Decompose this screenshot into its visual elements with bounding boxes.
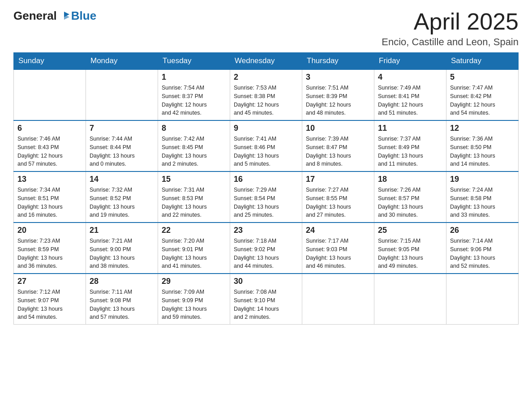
calendar-cell: 8Sunrise: 7:42 AM Sunset: 8:45 PM Daylig… <box>158 120 230 171</box>
calendar-cell: 15Sunrise: 7:31 AM Sunset: 8:53 PM Dayli… <box>158 171 230 223</box>
day-info: Sunrise: 7:20 AM Sunset: 9:01 PM Dayligh… <box>162 237 226 270</box>
day-number: 4 <box>378 73 442 82</box>
day-info: Sunrise: 7:15 AM Sunset: 9:05 PM Dayligh… <box>378 237 442 270</box>
month-year-title: April 2025 <box>382 9 519 34</box>
day-info: Sunrise: 7:46 AM Sunset: 8:43 PM Dayligh… <box>17 135 82 168</box>
day-number: 7 <box>90 124 154 133</box>
weekday-header-tuesday: Tuesday <box>158 53 230 70</box>
calendar-cell <box>14 69 86 120</box>
weekday-header-sunday: Sunday <box>14 53 86 70</box>
weekday-header-saturday: Saturday <box>446 53 519 70</box>
day-number: 26 <box>450 226 515 235</box>
calendar-cell: 3Sunrise: 7:51 AM Sunset: 8:39 PM Daylig… <box>302 69 374 120</box>
day-info: Sunrise: 7:44 AM Sunset: 8:44 PM Dayligh… <box>90 135 154 168</box>
day-number: 25 <box>378 226 442 235</box>
day-info: Sunrise: 7:31 AM Sunset: 8:53 PM Dayligh… <box>162 186 226 219</box>
day-info: Sunrise: 7:54 AM Sunset: 8:37 PM Dayligh… <box>162 84 226 117</box>
calendar-cell: 25Sunrise: 7:15 AM Sunset: 9:05 PM Dayli… <box>374 223 446 274</box>
calendar-cell: 19Sunrise: 7:24 AM Sunset: 8:58 PM Dayli… <box>446 171 519 223</box>
logo-general-text: General <box>13 9 57 23</box>
day-number: 15 <box>162 175 226 184</box>
day-number: 19 <box>450 175 515 184</box>
day-info: Sunrise: 7:51 AM Sunset: 8:39 PM Dayligh… <box>306 84 370 117</box>
day-info: Sunrise: 7:27 AM Sunset: 8:55 PM Dayligh… <box>306 186 370 219</box>
calendar-cell: 9Sunrise: 7:41 AM Sunset: 8:46 PM Daylig… <box>230 120 302 171</box>
calendar-cell: 16Sunrise: 7:29 AM Sunset: 8:54 PM Dayli… <box>230 171 302 223</box>
calendar-cell: 2Sunrise: 7:53 AM Sunset: 8:38 PM Daylig… <box>230 69 302 120</box>
weekday-header-friday: Friday <box>374 53 446 70</box>
calendar-cell: 23Sunrise: 7:18 AM Sunset: 9:02 PM Dayli… <box>230 223 302 274</box>
calendar-cell: 27Sunrise: 7:12 AM Sunset: 9:07 PM Dayli… <box>14 274 86 325</box>
logo-blue-text: Blue <box>71 9 96 23</box>
day-number: 8 <box>162 124 226 133</box>
day-info: Sunrise: 7:36 AM Sunset: 8:50 PM Dayligh… <box>450 135 515 168</box>
day-info: Sunrise: 7:11 AM Sunset: 9:08 PM Dayligh… <box>90 288 154 321</box>
day-info: Sunrise: 7:21 AM Sunset: 9:00 PM Dayligh… <box>90 237 154 270</box>
day-info: Sunrise: 7:53 AM Sunset: 8:38 PM Dayligh… <box>234 84 298 117</box>
calendar-cell <box>86 69 158 120</box>
day-number: 18 <box>378 175 442 184</box>
day-info: Sunrise: 7:41 AM Sunset: 8:46 PM Dayligh… <box>234 135 298 168</box>
calendar-cell: 21Sunrise: 7:21 AM Sunset: 9:00 PM Dayli… <box>86 223 158 274</box>
day-number: 23 <box>234 226 298 235</box>
day-info: Sunrise: 7:47 AM Sunset: 8:42 PM Dayligh… <box>450 84 515 117</box>
day-info: Sunrise: 7:18 AM Sunset: 9:02 PM Dayligh… <box>234 237 298 270</box>
calendar-cell: 28Sunrise: 7:11 AM Sunset: 9:08 PM Dayli… <box>86 274 158 325</box>
day-number: 30 <box>234 277 298 286</box>
location-subtitle: Encio, Castille and Leon, Spain <box>382 36 519 48</box>
calendar-cell: 6Sunrise: 7:46 AM Sunset: 8:43 PM Daylig… <box>14 120 86 171</box>
day-info: Sunrise: 7:26 AM Sunset: 8:57 PM Dayligh… <box>378 186 442 219</box>
day-number: 24 <box>306 226 370 235</box>
day-number: 13 <box>17 175 82 184</box>
title-block: April 2025 Encio, Castille and Leon, Spa… <box>382 9 519 48</box>
calendar-cell: 22Sunrise: 7:20 AM Sunset: 9:01 PM Dayli… <box>158 223 230 274</box>
calendar-cell: 5Sunrise: 7:47 AM Sunset: 8:42 PM Daylig… <box>446 69 519 120</box>
day-info: Sunrise: 7:17 AM Sunset: 9:03 PM Dayligh… <box>306 237 370 270</box>
calendar-cell: 17Sunrise: 7:27 AM Sunset: 8:55 PM Dayli… <box>302 171 374 223</box>
day-number: 20 <box>17 226 82 235</box>
calendar-cell <box>302 274 374 325</box>
logo: General Blue <box>13 9 96 23</box>
weekday-header-row: SundayMondayTuesdayWednesdayThursdayFrid… <box>14 53 519 70</box>
calendar-week-row: 13Sunrise: 7:34 AM Sunset: 8:51 PM Dayli… <box>14 171 519 223</box>
calendar-week-row: 6Sunrise: 7:46 AM Sunset: 8:43 PM Daylig… <box>14 120 519 171</box>
day-number: 5 <box>450 73 515 82</box>
day-info: Sunrise: 7:34 AM Sunset: 8:51 PM Dayligh… <box>17 186 82 219</box>
calendar-week-row: 27Sunrise: 7:12 AM Sunset: 9:07 PM Dayli… <box>14 274 519 325</box>
day-info: Sunrise: 7:14 AM Sunset: 9:06 PM Dayligh… <box>450 237 515 270</box>
calendar-cell: 14Sunrise: 7:32 AM Sunset: 8:52 PM Dayli… <box>86 171 158 223</box>
day-number: 2 <box>234 73 298 82</box>
day-number: 9 <box>234 124 298 133</box>
day-number: 6 <box>17 124 82 133</box>
calendar-cell <box>446 274 519 325</box>
day-number: 14 <box>90 175 154 184</box>
calendar-week-row: 20Sunrise: 7:23 AM Sunset: 8:59 PM Dayli… <box>14 223 519 274</box>
day-number: 12 <box>450 124 515 133</box>
weekday-header-thursday: Thursday <box>302 53 374 70</box>
weekday-header-monday: Monday <box>86 53 158 70</box>
weekday-header-wednesday: Wednesday <box>230 53 302 70</box>
day-number: 27 <box>17 277 82 286</box>
day-info: Sunrise: 7:37 AM Sunset: 8:49 PM Dayligh… <box>378 135 442 168</box>
page-header: General Blue April 2025 Encio, Castille … <box>13 9 519 48</box>
day-number: 28 <box>90 277 154 286</box>
calendar-week-row: 1Sunrise: 7:54 AM Sunset: 8:37 PM Daylig… <box>14 69 519 120</box>
calendar-cell: 18Sunrise: 7:26 AM Sunset: 8:57 PM Dayli… <box>374 171 446 223</box>
day-info: Sunrise: 7:29 AM Sunset: 8:54 PM Dayligh… <box>234 186 298 219</box>
calendar-cell: 24Sunrise: 7:17 AM Sunset: 9:03 PM Dayli… <box>302 223 374 274</box>
calendar-cell: 12Sunrise: 7:36 AM Sunset: 8:50 PM Dayli… <box>446 120 519 171</box>
day-info: Sunrise: 7:49 AM Sunset: 8:41 PM Dayligh… <box>378 84 442 117</box>
calendar-cell: 20Sunrise: 7:23 AM Sunset: 8:59 PM Dayli… <box>14 223 86 274</box>
day-info: Sunrise: 7:32 AM Sunset: 8:52 PM Dayligh… <box>90 186 154 219</box>
day-info: Sunrise: 7:09 AM Sunset: 9:09 PM Dayligh… <box>162 288 226 321</box>
day-number: 10 <box>306 124 370 133</box>
day-info: Sunrise: 7:12 AM Sunset: 9:07 PM Dayligh… <box>17 288 82 321</box>
calendar-cell: 11Sunrise: 7:37 AM Sunset: 8:49 PM Dayli… <box>374 120 446 171</box>
day-number: 21 <box>90 226 154 235</box>
calendar-cell: 1Sunrise: 7:54 AM Sunset: 8:37 PM Daylig… <box>158 69 230 120</box>
day-info: Sunrise: 7:08 AM Sunset: 9:10 PM Dayligh… <box>234 288 298 321</box>
day-number: 1 <box>162 73 226 82</box>
calendar-cell: 7Sunrise: 7:44 AM Sunset: 8:44 PM Daylig… <box>86 120 158 171</box>
day-info: Sunrise: 7:23 AM Sunset: 8:59 PM Dayligh… <box>17 237 82 270</box>
calendar-table: SundayMondayTuesdayWednesdayThursdayFrid… <box>13 52 519 325</box>
